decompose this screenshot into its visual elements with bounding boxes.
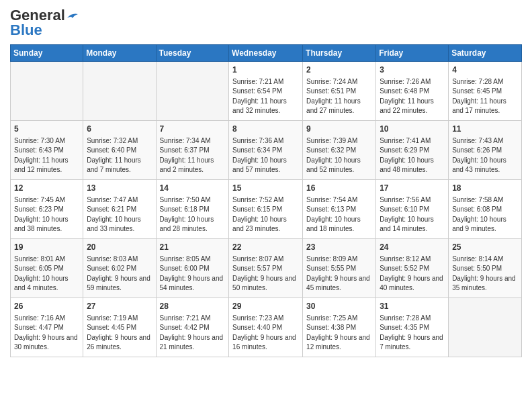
- day-number: 27: [87, 301, 152, 312]
- day-info: Sunrise: 7:21 AMSunset: 4:42 PMDaylight:…: [160, 314, 226, 353]
- calendar-cell: 4Sunrise: 7:28 AMSunset: 6:45 PMDaylight…: [449, 62, 522, 121]
- day-info: Sunrise: 7:28 AMSunset: 6:45 PMDaylight:…: [452, 77, 518, 116]
- day-info: Sunrise: 7:26 AMSunset: 6:48 PMDaylight:…: [380, 77, 445, 116]
- weekday-header-thursday: Thursday: [303, 45, 376, 62]
- calendar-cell: 23Sunrise: 8:09 AMSunset: 5:55 PMDayligh…: [303, 239, 376, 298]
- day-info: Sunrise: 7:50 AMSunset: 6:18 PMDaylight:…: [160, 195, 226, 234]
- calendar-cell: 17Sunrise: 7:56 AMSunset: 6:10 PMDayligh…: [376, 180, 449, 239]
- page: General Blue SundayMondayTuesdayWednesda…: [0, 0, 532, 367]
- calendar-cell: 25Sunrise: 8:14 AMSunset: 5:50 PMDayligh…: [449, 239, 522, 298]
- calendar-cell: 21Sunrise: 8:05 AMSunset: 6:00 PMDayligh…: [156, 239, 229, 298]
- calendar-cell: [449, 298, 522, 357]
- calendar-cell: 5Sunrise: 7:30 AMSunset: 6:43 PMDaylight…: [11, 121, 83, 180]
- day-number: 30: [306, 301, 372, 312]
- calendar-week-2: 5Sunrise: 7:30 AMSunset: 6:43 PMDaylight…: [11, 121, 522, 180]
- day-info: Sunrise: 8:14 AMSunset: 5:50 PMDaylight:…: [452, 255, 518, 293]
- calendar-cell: 19Sunrise: 8:01 AMSunset: 6:05 PMDayligh…: [11, 239, 83, 298]
- day-info: Sunrise: 8:09 AMSunset: 5:55 PMDaylight:…: [306, 255, 372, 293]
- day-number: 7: [160, 124, 226, 135]
- weekday-header-friday: Friday: [376, 45, 449, 62]
- day-number: 18: [452, 183, 518, 194]
- calendar-cell: 31Sunrise: 7:28 AMSunset: 4:35 PMDayligh…: [376, 298, 449, 357]
- day-number: 12: [14, 183, 79, 194]
- calendar-cell: 1Sunrise: 7:21 AMSunset: 6:54 PMDaylight…: [229, 62, 303, 121]
- day-number: 21: [160, 242, 226, 253]
- day-number: 23: [306, 242, 372, 253]
- day-number: 24: [380, 242, 445, 253]
- calendar-week-3: 12Sunrise: 7:45 AMSunset: 6:23 PMDayligh…: [11, 180, 522, 239]
- day-number: 31: [380, 301, 445, 312]
- day-number: 14: [160, 183, 226, 194]
- day-info: Sunrise: 7:19 AMSunset: 4:45 PMDaylight:…: [87, 314, 152, 353]
- calendar-week-4: 19Sunrise: 8:01 AMSunset: 6:05 PMDayligh…: [11, 239, 522, 298]
- calendar-week-1: 1Sunrise: 7:21 AMSunset: 6:54 PMDaylight…: [11, 62, 522, 121]
- calendar-cell: 24Sunrise: 8:12 AMSunset: 5:52 PMDayligh…: [376, 239, 449, 298]
- day-number: 8: [232, 124, 299, 135]
- weekday-header-monday: Monday: [83, 45, 156, 62]
- day-number: 1: [232, 64, 299, 76]
- day-info: Sunrise: 7:43 AMSunset: 6:26 PMDaylight:…: [452, 136, 518, 175]
- day-number: 9: [306, 124, 372, 135]
- calendar-cell: 11Sunrise: 7:43 AMSunset: 6:26 PMDayligh…: [449, 121, 522, 180]
- weekday-header-saturday: Saturday: [449, 45, 522, 62]
- day-info: Sunrise: 7:32 AMSunset: 6:40 PMDaylight:…: [87, 136, 152, 175]
- day-number: 10: [380, 124, 445, 135]
- day-number: 3: [380, 64, 445, 76]
- calendar-cell: 27Sunrise: 7:19 AMSunset: 4:45 PMDayligh…: [83, 298, 156, 357]
- day-info: Sunrise: 8:07 AMSunset: 5:57 PMDaylight:…: [232, 255, 299, 293]
- calendar-cell: 29Sunrise: 7:23 AMSunset: 4:40 PMDayligh…: [229, 298, 303, 357]
- weekday-header-wednesday: Wednesday: [229, 45, 303, 62]
- calendar-cell: 7Sunrise: 7:34 AMSunset: 6:37 PMDaylight…: [156, 121, 229, 180]
- calendar: SundayMondayTuesdayWednesdayThursdayFrid…: [10, 44, 522, 357]
- day-number: 5: [14, 124, 79, 135]
- day-number: 17: [380, 183, 445, 194]
- day-info: Sunrise: 7:47 AMSunset: 6:21 PMDaylight:…: [87, 195, 152, 234]
- day-number: 22: [232, 242, 299, 253]
- calendar-cell: 14Sunrise: 7:50 AMSunset: 6:18 PMDayligh…: [156, 180, 229, 239]
- calendar-cell: [156, 62, 229, 121]
- day-info: Sunrise: 7:24 AMSunset: 6:51 PMDaylight:…: [306, 77, 372, 116]
- day-number: 29: [232, 301, 299, 312]
- day-info: Sunrise: 7:39 AMSunset: 6:32 PMDaylight:…: [306, 136, 372, 175]
- day-info: Sunrise: 7:25 AMSunset: 4:38 PMDaylight:…: [306, 314, 372, 353]
- day-info: Sunrise: 7:36 AMSunset: 6:34 PMDaylight:…: [232, 136, 299, 175]
- header: General Blue: [10, 7, 522, 39]
- day-number: 25: [452, 242, 518, 253]
- calendar-cell: 12Sunrise: 7:45 AMSunset: 6:23 PMDayligh…: [11, 180, 83, 239]
- calendar-cell: 28Sunrise: 7:21 AMSunset: 4:42 PMDayligh…: [156, 298, 229, 357]
- weekday-header-tuesday: Tuesday: [156, 45, 229, 62]
- day-number: 16: [306, 183, 372, 194]
- calendar-cell: 22Sunrise: 8:07 AMSunset: 5:57 PMDayligh…: [229, 239, 303, 298]
- day-info: Sunrise: 8:12 AMSunset: 5:52 PMDaylight:…: [380, 255, 445, 293]
- logo-blue: Blue: [10, 21, 42, 39]
- calendar-cell: 15Sunrise: 7:52 AMSunset: 6:15 PMDayligh…: [229, 180, 303, 239]
- logo-bird-icon: [66, 11, 79, 21]
- calendar-week-5: 26Sunrise: 7:16 AMSunset: 4:47 PMDayligh…: [11, 298, 522, 357]
- day-number: 28: [160, 301, 226, 312]
- calendar-cell: 13Sunrise: 7:47 AMSunset: 6:21 PMDayligh…: [83, 180, 156, 239]
- calendar-cell: 20Sunrise: 8:03 AMSunset: 6:02 PMDayligh…: [83, 239, 156, 298]
- calendar-cell: 9Sunrise: 7:39 AMSunset: 6:32 PMDaylight…: [303, 121, 376, 180]
- day-info: Sunrise: 7:30 AMSunset: 6:43 PMDaylight:…: [14, 136, 79, 175]
- calendar-cell: [11, 62, 83, 121]
- weekday-header-sunday: Sunday: [11, 45, 83, 62]
- calendar-cell: 16Sunrise: 7:54 AMSunset: 6:13 PMDayligh…: [303, 180, 376, 239]
- day-info: Sunrise: 8:01 AMSunset: 6:05 PMDaylight:…: [14, 255, 79, 293]
- day-info: Sunrise: 7:58 AMSunset: 6:08 PMDaylight:…: [452, 195, 518, 234]
- day-info: Sunrise: 7:21 AMSunset: 6:54 PMDaylight:…: [232, 77, 299, 116]
- calendar-cell: 26Sunrise: 7:16 AMSunset: 4:47 PMDayligh…: [11, 298, 83, 357]
- calendar-header-row: SundayMondayTuesdayWednesdayThursdayFrid…: [11, 45, 522, 62]
- day-number: 4: [452, 64, 518, 76]
- calendar-cell: 10Sunrise: 7:41 AMSunset: 6:29 PMDayligh…: [376, 121, 449, 180]
- calendar-cell: [83, 62, 156, 121]
- day-number: 13: [87, 183, 152, 194]
- day-number: 2: [306, 64, 372, 76]
- logo: General Blue: [10, 7, 79, 39]
- day-info: Sunrise: 8:03 AMSunset: 6:02 PMDaylight:…: [87, 255, 152, 293]
- day-info: Sunrise: 7:28 AMSunset: 4:35 PMDaylight:…: [380, 314, 445, 353]
- day-number: 19: [14, 242, 79, 253]
- day-number: 6: [87, 124, 152, 135]
- calendar-cell: 8Sunrise: 7:36 AMSunset: 6:34 PMDaylight…: [229, 121, 303, 180]
- day-info: Sunrise: 7:23 AMSunset: 4:40 PMDaylight:…: [232, 314, 299, 353]
- calendar-cell: 30Sunrise: 7:25 AMSunset: 4:38 PMDayligh…: [303, 298, 376, 357]
